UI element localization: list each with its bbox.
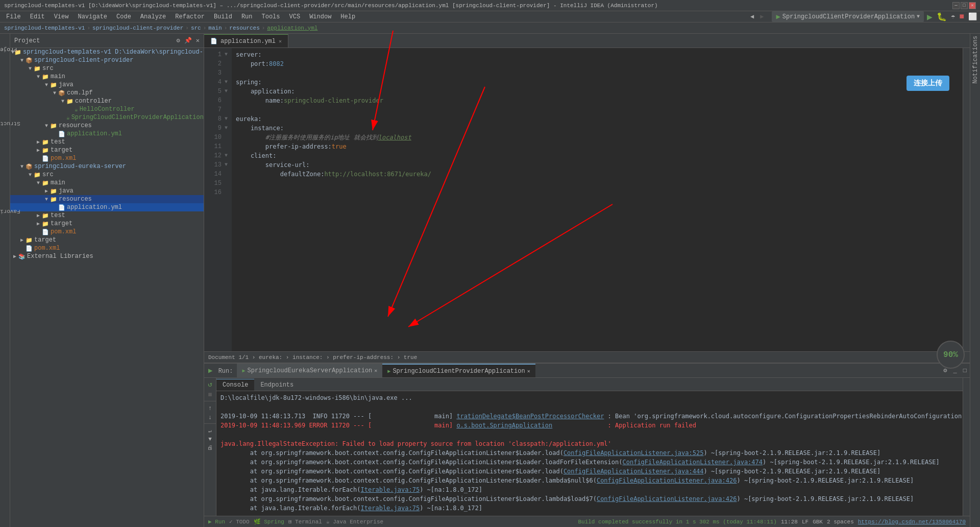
fold-5[interactable]: ▼ <box>225 87 232 96</box>
tree-item[interactable]: ▶ 📁 target <box>10 236 204 244</box>
terminal-icon[interactable]: ⊞ Terminal <box>288 518 322 525</box>
menu-edit[interactable]: Edit <box>26 12 49 21</box>
tree-item[interactable]: ▼ 📦 springcloud-eureka-server <box>10 162 204 171</box>
run-config[interactable]: ▶ SpringcloudClientProviderApplication ▼ <box>772 11 924 22</box>
run-button[interactable]: ▶ <box>926 11 934 22</box>
tree-item[interactable]: ▶ 📁 java <box>10 187 204 195</box>
code-editor[interactable]: server: port: 8082 spring: application: … <box>232 48 963 351</box>
menu-run[interactable]: Run <box>237 12 257 21</box>
coverage-btn[interactable]: ☂ <box>950 12 956 21</box>
menu-navigate[interactable]: Navigate <box>74 12 111 21</box>
tree-item[interactable]: 📄 application.yml <box>10 130 204 138</box>
spring-app-link[interactable]: o.s.boot.SpringApplication <box>456 422 552 429</box>
sidebar-close-icon[interactable]: ✕ <box>196 37 200 44</box>
project-tool-btn[interactable]: Project <box>0 45 19 54</box>
tree-item-resources-selected[interactable]: ▼ 📁 resources <box>10 195 204 203</box>
run-tab-client[interactable]: ▶ SpringcloudClientProviderApplication ✕ <box>382 364 535 377</box>
menu-file[interactable]: File <box>2 12 25 21</box>
spring-icon[interactable]: 🌿 Spring <box>254 518 284 525</box>
sidebar-settings-icon[interactable]: ⚙ <box>177 37 180 44</box>
stack-link-6[interactable]: ConfigFileApplicationListener.java:426 <box>597 495 737 502</box>
stop-console-btn[interactable]: ■ <box>208 391 212 399</box>
menu-view[interactable]: View <box>50 12 73 21</box>
scroll-up-btn[interactable]: ↑ <box>208 405 212 412</box>
menu-tools[interactable]: Tools <box>258 12 284 21</box>
forward-btn[interactable]: ▶ <box>758 13 766 20</box>
tree-item-ext-libs[interactable]: ▶ 📚 External Libraries <box>10 252 204 260</box>
tab-close-btn[interactable]: ✕ <box>279 38 282 44</box>
favorites-tool-btn[interactable]: Favorites <box>0 207 22 215</box>
tree-item[interactable]: ▶ 📁 target <box>10 146 204 154</box>
menu-code[interactable]: Code <box>112 12 135 21</box>
menu-build[interactable]: Build <box>210 12 236 21</box>
fold-1[interactable]: ▼ <box>225 50 232 59</box>
fold-13[interactable]: ▼ <box>225 160 232 170</box>
fold-4[interactable]: ▼ <box>225 78 232 87</box>
bc-file[interactable]: application.yml <box>267 25 317 31</box>
stack-link-3[interactable]: ConfigFileApplicationListener.java:444 <box>564 468 704 475</box>
filter-btn[interactable]: ▼ <box>208 436 212 442</box>
maximize-btn[interactable]: □ <box>961 2 968 9</box>
tree-item[interactable]: 📄 pom.xml <box>10 228 204 236</box>
right-bar-icon-1[interactable]: Notifications <box>972 36 979 84</box>
csdn-link[interactable]: https://blog.csdn.net/1358064170 <box>858 519 966 525</box>
panel-restore-btn[interactable]: □ <box>960 367 970 374</box>
tree-item[interactable]: ☕ HelloController <box>10 105 204 113</box>
menu-window[interactable]: Window <box>305 12 335 21</box>
stack-link-1[interactable]: ConfigFileApplicationListener.java:525 <box>564 449 704 457</box>
structure-tool-btn[interactable]: Structure <box>0 119 22 128</box>
stack-link-4[interactable]: ConfigFileApplicationListener.java:426 <box>597 477 737 484</box>
menu-help[interactable]: Help <box>336 12 359 21</box>
bc-resources[interactable]: resources <box>229 25 259 31</box>
fold-9[interactable]: ▼ <box>225 124 232 133</box>
tree-item[interactable]: ▼ 📁 resources <box>10 122 204 130</box>
minimize-btn[interactable]: ─ <box>952 2 960 9</box>
run-status-icon[interactable]: ▶ Run <box>208 518 225 525</box>
fold-12[interactable]: ▼ <box>225 151 232 160</box>
menu-analyze[interactable]: Analyze <box>136 12 170 21</box>
bc-main[interactable]: main <box>208 25 222 31</box>
bc-src[interactable]: src <box>191 25 201 31</box>
run-tab-eureka-close[interactable]: ✕ <box>374 368 377 374</box>
scroll-down-btn[interactable]: ↓ <box>208 414 212 421</box>
tree-item-appyml-selected[interactable]: 📄 application.yml <box>10 203 204 211</box>
sidebar-pin-icon[interactable]: 📌 <box>184 37 192 44</box>
fold-8[interactable]: ▼ <box>225 114 232 124</box>
tree-item[interactable]: ▶ 📁 target <box>10 220 204 228</box>
tree-item[interactable]: ▼ 📁 src <box>10 171 204 179</box>
tree-item[interactable]: ▼ 📦 springcloud-client-provider <box>10 56 204 64</box>
tree-item[interactable]: ▼ 📁 main <box>10 179 204 187</box>
tree-item[interactable]: 📄 pom.xml <box>10 244 204 252</box>
debug-button[interactable]: 🐛 <box>936 12 948 22</box>
tree-item[interactable]: ☕ SpringCloudClientProviderApplication <box>10 113 204 122</box>
menu-refactor[interactable]: Refactor <box>171 12 209 21</box>
java-enterprise-icon[interactable]: ☕ Java Enterprise <box>326 518 383 525</box>
tree-item[interactable]: ▼ 📁 src <box>10 64 204 73</box>
tree-item[interactable]: ▼ 📁 controller <box>10 97 204 105</box>
stack-link-2[interactable]: ConfigFileApplicationListener.java:474 <box>622 459 763 466</box>
tree-item[interactable]: ▼ 📁 springcloud-templates-v1 D:\ideaWork… <box>10 48 204 56</box>
editor-tab-appyml[interactable]: 📄 application.yml ✕ <box>204 34 288 47</box>
menu-vcs[interactable]: VCS <box>285 12 305 21</box>
tree-item[interactable]: ▼ 📁 main <box>10 73 204 81</box>
tree-item[interactable]: ▼ 📦 com.lpf <box>10 89 204 97</box>
tree-item[interactable]: ▼ 📁 java <box>10 81 204 89</box>
tree-item[interactable]: ▶ 📁 test <box>10 211 204 220</box>
close-btn[interactable]: ✕ <box>969 2 976 9</box>
bean-post-checker-link[interactable]: trationDelegate$BeanPostProcessorChecker <box>456 413 604 420</box>
print-btn[interactable]: 🖨 <box>207 444 213 451</box>
run-tab-client-close[interactable]: ✕ <box>527 368 530 374</box>
todo-icon[interactable]: ✓ TODO <box>229 518 250 525</box>
rerun-btn[interactable]: ↺ <box>208 380 212 389</box>
encoding-status[interactable]: GBK <box>813 519 823 525</box>
tree-item[interactable]: 📄 pom.xml <box>10 154 204 162</box>
console-tab[interactable]: Console <box>216 379 254 391</box>
annotation-bubble[interactable]: 连接上传 <box>906 76 949 91</box>
stack-link-5[interactable]: Iterable.java:75 <box>361 486 420 493</box>
soft-wrap-btn[interactable]: ↵ <box>208 427 212 434</box>
endpoints-tab[interactable]: Endpoints <box>254 379 300 391</box>
bc-root[interactable]: springcloud-templates-v1 <box>4 25 85 31</box>
tree-item[interactable]: ▶ 📁 test <box>10 138 204 146</box>
run-tab-eureka[interactable]: ▶ SpringcloudEurekaServerApplication ✕ <box>237 364 382 377</box>
stack-link-7[interactable]: Iterable.java:75 <box>361 505 420 512</box>
